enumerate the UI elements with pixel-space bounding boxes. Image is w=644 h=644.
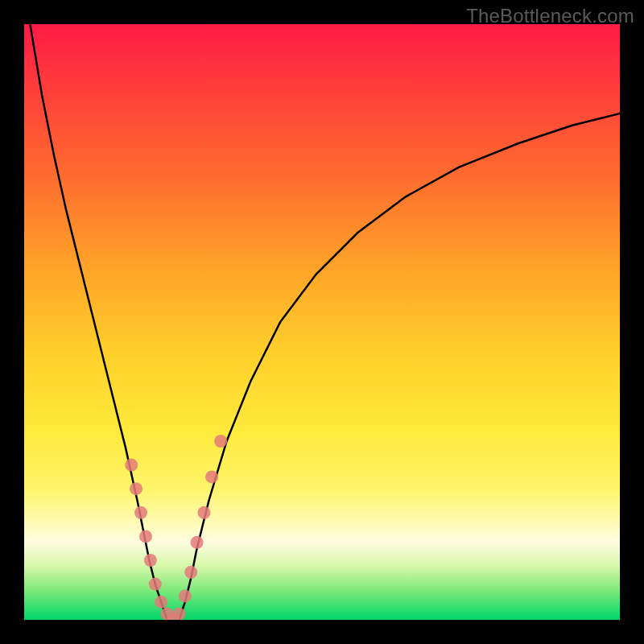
chart-frame: TheBottleneck.com	[0, 0, 644, 644]
marker-dot	[144, 554, 157, 567]
marker-dot	[184, 566, 197, 579]
marker-dot	[191, 536, 204, 549]
curve-layer	[24, 24, 620, 620]
marker-dot	[155, 596, 167, 609]
marker-dot	[179, 589, 192, 602]
marker-dot	[198, 506, 211, 519]
watermark-text: TheBottleneck.com	[466, 5, 634, 27]
marker-dot	[125, 459, 138, 472]
marker-dot	[130, 482, 142, 495]
marker-dot	[134, 506, 147, 519]
marker-dot	[205, 470, 218, 483]
marker-dot	[139, 530, 152, 543]
curve-right-branch	[179, 114, 620, 620]
marker-dot	[149, 578, 162, 591]
plot-area	[24, 24, 620, 620]
marker-dot	[172, 608, 185, 620]
marker-dot	[214, 435, 227, 448]
